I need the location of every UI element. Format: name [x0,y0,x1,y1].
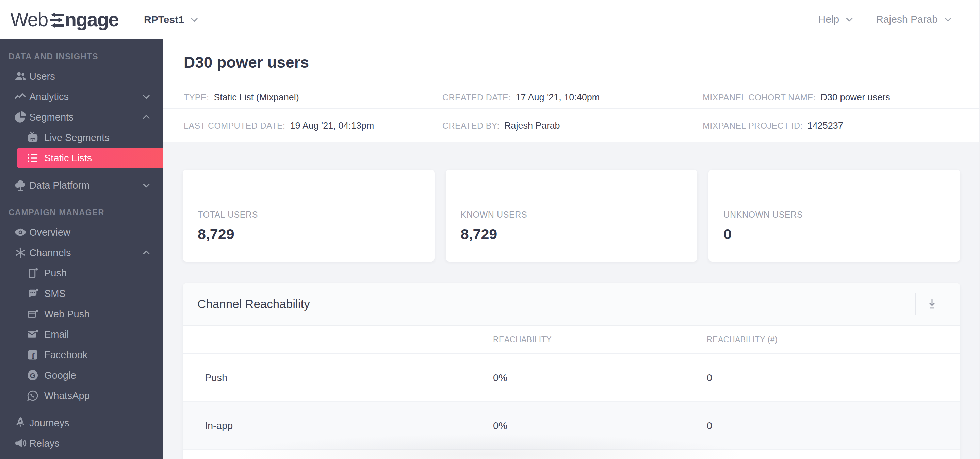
sidebar-item-relays[interactable]: Relays [0,433,163,454]
sidebar-item-label: WhatsApp [44,390,90,402]
account-menu[interactable]: Rajesh Parab [876,14,953,25]
meta-value: 17 Aug '21, 10:40pm [516,92,600,103]
meta-last-computed-date: LAST COMPUTED DATE: 19 Aug '21, 04:13pm [184,121,442,131]
column-header-reachability-count: REACHABILITY (#) [707,335,960,344]
reachability-cell: 0% [493,420,707,432]
chevron-down-icon [845,14,854,24]
svg-text:f: f [32,351,35,360]
workspace-name: RPTest1 [144,14,184,26]
webengage-app: Web ngage RPTest1 Help Rajesh Parab [0,0,980,459]
sidebar-navigation: DATA AND INSIGHTS Users Analytics Segmen… [0,40,163,459]
analytics-icon [13,89,28,104]
users-icon [13,69,28,84]
reachability-count-cell: 0 [707,372,960,383]
sidebar-item-journeys[interactable]: Journeys [0,413,163,433]
email-icon [26,327,40,342]
stat-card-known-users: KNOWN USERS 8,729 [446,170,698,261]
help-menu[interactable]: Help [818,14,854,25]
push-icon [26,266,40,280]
sidebar-item-channels[interactable]: Channels [0,242,163,263]
sidebar-item-label: Channels [29,247,71,258]
meta-value: D30 power users [821,92,890,103]
chevron-down-icon [943,14,953,24]
download-button[interactable] [916,283,960,325]
list-metadata: TYPE: Static List (Mixpanel) CREATED DAT… [163,86,980,142]
meta-label: TYPE: [184,92,209,102]
sidebar-item-whatsapp[interactable]: WhatsApp [0,386,163,406]
journeys-rocket-icon [13,415,28,430]
sidebar-item-google[interactable]: G Google [0,365,163,386]
meta-created-date: CREATED DATE: 17 Aug '21, 10:40pm [442,92,703,103]
table-row-push: Push 0% 0 [183,354,960,402]
whatsapp-icon [26,388,40,403]
google-icon: G [26,368,40,383]
meta-label: MIXPANEL PROJECT ID: [703,121,803,131]
sidebar-item-label: Facebook [44,349,88,360]
webengage-logo[interactable]: Web ngage [10,0,118,39]
stat-value: 0 [724,226,960,242]
chevron-up-icon [142,248,151,257]
sidebar-item-label: Analytics [29,91,69,102]
metadata-row: TYPE: Static List (Mixpanel) CREATED DAT… [163,86,980,109]
sidebar-item-label: Users [29,71,55,82]
reachability-cell: 0% [493,372,707,383]
channel-reachability-panel: Channel Reachability REACHABILITY REACHA… [183,283,960,459]
top-navigation-bar: Web ngage RPTest1 Help Rajesh Parab [0,0,980,40]
panel-title: Channel Reachability [197,297,310,311]
logo-text-web: Web [10,8,48,31]
meta-value: 1425237 [808,121,843,131]
scrollbar-track[interactable] [978,0,980,459]
sidebar-item-live-segments[interactable]: Live Segments [0,128,163,148]
stat-label: UNKNOWN USERS [724,210,960,220]
sidebar-section-data-insights: DATA AND INSIGHTS [8,52,163,61]
sidebar-item-label: Relays [29,438,60,449]
sidebar-item-label: Email [44,329,69,340]
live-segments-icon [26,130,40,145]
sidebar-item-label: Overview [29,227,70,238]
topbar-right-group: Help Rajesh Parab [818,14,953,25]
sidebar-section-campaign-manager: CAMPAIGN MANAGER [8,208,163,217]
page-header-section: D30 power users TYPE: Static List (Mixpa… [163,40,980,142]
stat-label: TOTAL USERS [198,210,434,220]
sidebar-item-label: Data Platform [29,180,89,191]
meta-type: TYPE: Static List (Mixpanel) [184,92,442,103]
chevron-down-icon [142,180,151,190]
meta-label: LAST COMPUTED DATE: [184,121,285,131]
main-content: D30 power users TYPE: Static List (Mixpa… [163,40,980,459]
meta-value: 19 Aug '21, 04:13pm [290,121,374,131]
sidebar-item-users[interactable]: Users [0,66,163,86]
help-label: Help [818,14,840,25]
sidebar-item-label: Journeys [29,418,69,429]
channels-icon [13,245,28,260]
sidebar-item-label: SMS [44,288,66,299]
sidebar-item-push[interactable]: Push [0,263,163,283]
sidebar-item-facebook[interactable]: f Facebook [0,344,163,365]
download-icon [926,298,939,311]
chevron-down-icon [142,92,151,102]
sms-icon [26,286,40,301]
sidebar-item-web-push[interactable]: Web Push [0,304,163,324]
chevron-up-icon [142,112,151,122]
column-header-reachability: REACHABILITY [493,335,707,344]
page-title: D30 power users [184,53,309,72]
channel-cell: Push [183,372,493,383]
table-row-in-app: In-app 0% 0 [183,402,960,450]
panel-header: Channel Reachability [183,283,960,326]
sidebar-item-label: Web Push [44,309,89,320]
sidebar-item-segments[interactable]: Segments [0,107,163,128]
stats-cards: TOTAL USERS 8,729 KNOWN USERS 8,729 UNKN… [183,170,960,261]
sidebar-item-data-platform[interactable]: Data Platform [0,175,163,196]
sidebar-item-analytics[interactable]: Analytics [0,86,163,107]
stat-card-total-users: TOTAL USERS 8,729 [183,170,434,261]
sidebar-item-static-lists[interactable]: Static Lists [17,148,163,168]
static-lists-icon [26,150,40,166]
sidebar-item-overview[interactable]: Overview [0,222,163,242]
sidebar-item-sms[interactable]: SMS [0,283,163,304]
account-name: Rajesh Parab [876,14,938,25]
meta-value: Rajesh Parab [504,121,560,131]
workspace-selector[interactable]: RPTest1 [144,0,199,40]
reachability-count-cell: 0 [707,420,960,432]
logo-text-ngage: ngage [65,8,118,31]
meta-mixpanel-project-id: MIXPANEL PROJECT ID: 1425237 [703,121,980,131]
sidebar-item-email[interactable]: Email [0,324,163,344]
